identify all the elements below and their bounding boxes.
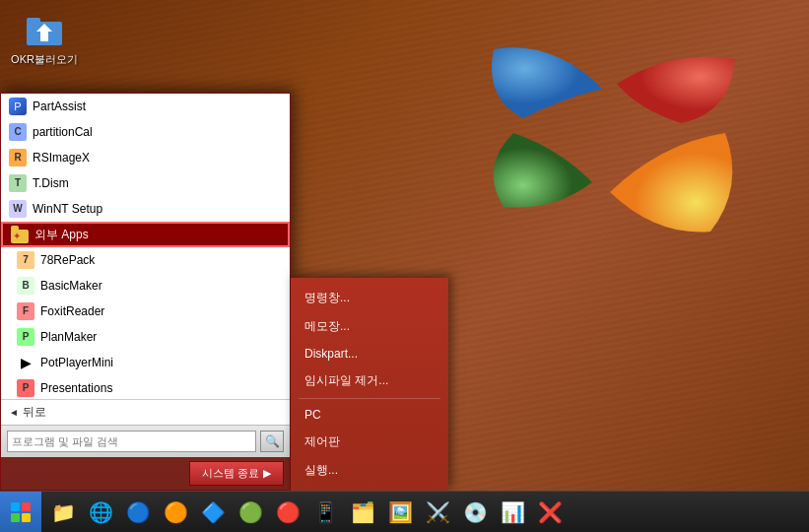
prog-item-partassist[interactable]: PPartAssist — [1, 94, 290, 119]
taskbar-icon-3[interactable]: 🟠 — [158, 495, 193, 530]
prog-item-presentations[interactable]: PPresentations — [1, 375, 290, 399]
taskbar-icon-10[interactable]: ⚔️ — [420, 495, 455, 530]
rsimagex-label: RSImageX — [33, 151, 90, 165]
svg-rect-4 — [22, 502, 31, 511]
tdism-label: T.Dism — [33, 176, 69, 190]
taskbar-icon-7[interactable]: 📱 — [307, 495, 343, 530]
taskbar: 📁🌐🔵🟠🔷🟢🔴📱🗂️🖼️⚔️💿📊❌ — [0, 491, 809, 532]
taskbar-icon-5[interactable]: 🟢 — [233, 495, 268, 530]
search-input[interactable] — [7, 431, 256, 452]
prog-item-tdism[interactable]: TT.Dism — [1, 170, 290, 196]
taskbar-icon-4[interactable]: 🔷 — [195, 495, 231, 530]
prog-item-ext_apps[interactable]: ✦외부 Apps — [1, 222, 290, 247]
taskbar-icon-13[interactable]: ❌ — [532, 495, 568, 530]
partitioncal-icon: C — [9, 123, 27, 141]
shutdown-button[interactable]: 시스템 종료 ▶ — [189, 461, 284, 486]
shutdown-arrow-icon: ▶ — [263, 467, 271, 480]
start-button[interactable] — [0, 492, 41, 533]
foxitreader-icon: F — [17, 302, 34, 320]
search-button[interactable]: 🔍 — [260, 431, 284, 452]
planmaker-label: PlanMaker — [40, 330, 97, 344]
potplayermini-icon: ▶ — [17, 354, 34, 371]
prog-item-foxitreader[interactable]: FFoxitReader — [1, 299, 290, 324]
potplayermini-label: PotPlayerMini — [40, 356, 113, 369]
basicmaker-icon: B — [17, 277, 34, 295]
taskbar-icon-2[interactable]: 🔵 — [120, 495, 156, 530]
back-button[interactable]: ◄ 뒤로 — [1, 399, 290, 425]
partassist-label: PartAssist — [33, 100, 86, 113]
ext_apps-label: 외부 Apps — [34, 227, 89, 243]
tdism-icon: T — [9, 174, 27, 192]
back-label: 뒤로 — [23, 404, 46, 421]
okr-desktop-icon[interactable]: OKR불러오기 — [10, 10, 79, 67]
taskbar-icon-11[interactable]: 💿 — [457, 495, 493, 530]
78repack-icon: 7 — [17, 251, 34, 269]
prog-item-partitioncal[interactable]: CpartitionCal — [1, 119, 290, 145]
prog-item-rsimagex[interactable]: RRSImageX — [1, 145, 290, 170]
taskbar-icon-6[interactable]: 🔴 — [270, 495, 305, 530]
shutdown-bar: 시스템 종료 ▶ — [1, 457, 290, 490]
prog-item-winnt_setup[interactable]: WWinNT Setup — [1, 196, 290, 222]
ctx-item-pc[interactable]: PC — [291, 402, 448, 428]
partitioncal-label: partitionCal — [33, 125, 93, 139]
programs-list: PPartAssistCpartitionCalRRSImageXTT.Dism… — [1, 94, 290, 399]
windows-logo — [474, 39, 750, 276]
programs-scroll[interactable]: PPartAssistCpartitionCalRRSImageXTT.Dism… — [1, 94, 290, 399]
start-menu: PPartAssistCpartitionCalRRSImageXTT.Dism… — [0, 93, 291, 491]
winnt_setup-label: WinNT Setup — [33, 202, 102, 216]
winnt_setup-icon: W — [9, 200, 27, 218]
78repack-label: 78RePack — [40, 253, 95, 267]
ctx-item-temp_remove[interactable]: 임시파일 제거... — [291, 366, 448, 395]
taskbar-icon-1[interactable]: 🌐 — [83, 495, 118, 530]
context-menu: 명령창...메모장...Diskpart...임시파일 제거...PC제어판실행… — [291, 278, 448, 491]
ctx-item-memo[interactable]: 메모장... — [291, 312, 448, 341]
presentations-icon: P — [17, 379, 34, 397]
rsimagex-icon: R — [9, 149, 27, 166]
svg-rect-1 — [27, 18, 40, 24]
planmaker-icon: P — [17, 328, 34, 346]
taskbar-icon-0[interactable]: 📁 — [45, 495, 81, 530]
ctx-item-control[interactable]: 제어판 — [291, 428, 448, 456]
ctx-item-diskpart[interactable]: Diskpart... — [291, 341, 448, 366]
ctx-separator — [299, 398, 440, 399]
ctx-item-cmd[interactable]: 명령창... — [291, 284, 448, 312]
ext_apps-icon: ✦ — [11, 226, 29, 243]
start-windows-icon — [10, 501, 32, 523]
svg-rect-6 — [22, 513, 31, 522]
svg-rect-3 — [11, 502, 20, 511]
okr-icon-label: OKR불러오기 — [11, 52, 78, 67]
taskbar-icon-8[interactable]: 🗂️ — [345, 495, 380, 530]
search-area: 🔍 — [1, 425, 290, 457]
prog-item-78repack[interactable]: 778RePack — [1, 247, 290, 273]
ctx-item-run[interactable]: 실행... — [291, 456, 448, 485]
foxitreader-label: FoxitReader — [40, 304, 104, 318]
shutdown-label: 시스템 종료 — [202, 466, 259, 481]
prog-item-basicmaker[interactable]: BBasicMaker — [1, 273, 290, 299]
partassist-icon: P — [9, 98, 27, 115]
svg-rect-5 — [11, 513, 20, 522]
taskbar-icon-12[interactable]: 📊 — [495, 495, 530, 530]
prog-item-planmaker[interactable]: PPlanMaker — [1, 324, 290, 350]
taskbar-icon-9[interactable]: 🖼️ — [382, 495, 418, 530]
desktop: OKR불러오기 PPartAssistCpartitionCalRRSImage… — [0, 0, 809, 532]
back-arrow-icon: ◄ — [9, 407, 19, 418]
taskbar-icons: 📁🌐🔵🟠🔷🟢🔴📱🗂️🖼️⚔️💿📊❌ — [41, 495, 809, 530]
presentations-label: Presentations — [40, 381, 112, 395]
okr-icon — [25, 10, 64, 49]
prog-item-potplayermini[interactable]: ▶PotPlayerMini — [1, 350, 290, 375]
basicmaker-label: BasicMaker — [40, 279, 102, 293]
